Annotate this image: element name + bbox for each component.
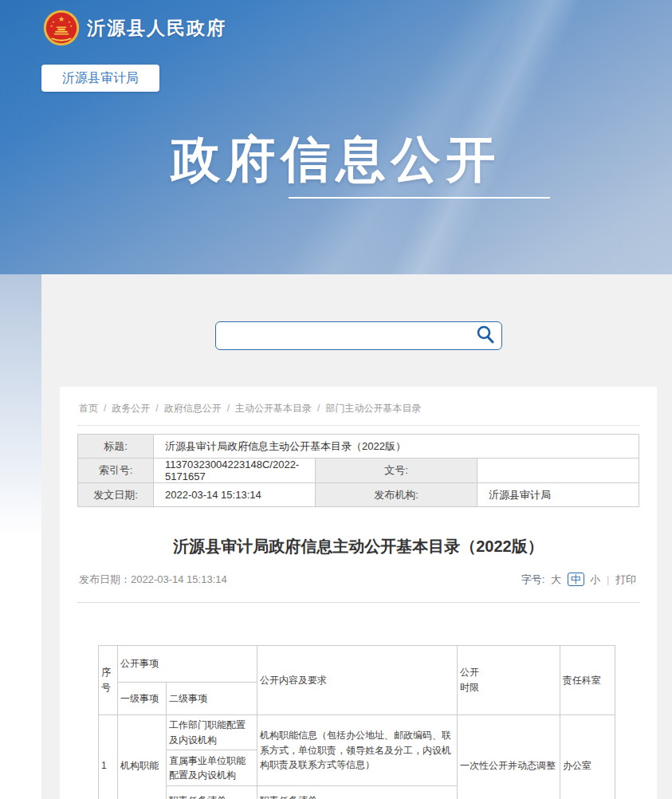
publish-date: 发布日期：2022-03-14 15:13:14 [79, 573, 227, 587]
font-size-label: 字号: [521, 573, 545, 585]
cell-seq: 1 [99, 715, 118, 799]
cell-level2-3: 职责任务清单 [167, 786, 257, 799]
font-size-large-button[interactable]: 大 [551, 573, 561, 585]
catalog-row-1a: 1 机构职能 工作部门职能配置及内设机构 机构职能信息（包括办公地址、邮政编码、… [99, 715, 615, 750]
cell-content-3: 职责任务清单 [257, 786, 458, 799]
th-level2: 二级事项 [167, 683, 257, 715]
svg-text:★: ★ [70, 25, 73, 28]
cell-level2-1: 工作部门职能配置及内设机构 [167, 715, 257, 750]
national-emblem-icon: ★ ★ ★ ★ ★ [43, 10, 80, 46]
th-time-limit: 公开 时限 [458, 646, 560, 715]
banner-title: 政府信息公开 [0, 126, 672, 193]
meta-value-index: 11370323004223148C/2022-5171657 [154, 459, 316, 483]
main-panel: 首页/政务公开/政府信息公开/主动公开基本目录/部门主动公开基本目录 标题: 沂… [41, 274, 672, 799]
meta-label-issue-date: 发文日期: [78, 483, 154, 507]
site-title: 沂源县人民政府 [87, 16, 226, 41]
banner: ★ ★ ★ ★ ★ 沂源县人民政府 沂源县审计局 政府信息公开 [0, 0, 672, 274]
meta-label-title: 标题: [78, 435, 154, 459]
th-public-matter: 公开事项 [118, 646, 257, 683]
catalog-table-wrap: 序号 公开事项 公开内容及要求 公开 时限 责任科室 一级事项 二级事项 1 机… [98, 645, 618, 799]
th-seq: 序号 [99, 646, 118, 715]
article-divider [77, 602, 639, 603]
breadcrumb-zhudong-mulu[interactable]: 主动公开基本目录 [235, 403, 312, 414]
cell-level2-2: 直属事业单位职能配置及内设机构 [167, 750, 257, 786]
breadcrumb-separator: / [317, 403, 320, 414]
breadcrumb-xinxi-gongkai[interactable]: 政府信息公开 [164, 403, 222, 414]
svg-text:★: ★ [50, 25, 53, 28]
breadcrumb-bumen-mulu[interactable]: 部门主动公开基本目录 [325, 403, 421, 414]
publish-date-value: 2022-03-14 15:13:14 [131, 573, 227, 585]
meta-value-publisher: 沂源县审计局 [477, 483, 639, 507]
catalog-table: 序号 公开事项 公开内容及要求 公开 时限 责任科室 一级事项 二级事项 1 机… [98, 645, 615, 799]
breadcrumb-separator: / [104, 403, 106, 414]
left-fade-strip [0, 274, 41, 537]
meta-value-doc-number [477, 459, 639, 483]
cell-content-merged: 机构职能信息（包括办公地址、邮政编码、联系方式，单位职责，领导姓名及分工，内设机… [257, 715, 458, 786]
document-meta-table: 标题: 沂源县审计局政府信息主动公开基本目录（2022版） 索引号: 11370… [77, 434, 639, 507]
svg-text:★: ★ [58, 15, 65, 23]
breadcrumb: 首页/政务公开/政府信息公开/主动公开基本目录/部门主动公开基本目录 [77, 387, 639, 426]
font-size-controls: 字号: 大 中 小 | 打印 [520, 573, 638, 587]
breadcrumb-separator: / [227, 403, 230, 414]
print-button[interactable]: 打印 [615, 573, 636, 585]
meta-label-publisher: 发布机构: [316, 483, 477, 507]
publish-date-label: 发布日期： [79, 573, 131, 585]
meta-row-date: 发文日期: 2022-03-14 15:13:14 发布机构: 沂源县审计局 [78, 483, 639, 507]
article-meta-bar: 发布日期：2022-03-14 15:13:14 字号: 大 中 小 | 打印 [77, 573, 639, 587]
meta-value-issue-date: 2022-03-14 15:13:14 [154, 483, 316, 507]
meta-label-index: 索引号: [78, 459, 154, 483]
meta-separator: | [607, 573, 609, 585]
breadcrumb-separator: / [155, 403, 158, 414]
catalog-header-row-1: 序号 公开事项 公开内容及要求 公开 时限 责任科室 [99, 646, 615, 683]
meta-row-index: 索引号: 11370323004223148C/2022-5171657 文号: [78, 459, 639, 483]
meta-row-title: 标题: 沂源县审计局政府信息主动公开基本目录（2022版） [78, 435, 639, 459]
font-size-small-button[interactable]: 小 [590, 573, 600, 585]
search-box [215, 321, 502, 350]
banner-underline [289, 197, 550, 199]
meta-label-doc-number: 文号: [316, 459, 477, 483]
department-button[interactable]: 沂源县审计局 [41, 65, 159, 92]
th-department: 责任科室 [560, 646, 615, 715]
svg-text:★: ★ [52, 21, 55, 24]
search-button[interactable] [473, 324, 498, 348]
breadcrumb-zhengwu[interactable]: 政务公开 [112, 403, 150, 414]
site-logo-link[interactable]: ★ ★ ★ ★ ★ 沂源县人民政府 [43, 10, 226, 46]
article-title: 沂源县审计局政府信息主动公开基本目录（2022版） [77, 536, 639, 557]
cell-department: 办公室 [560, 715, 615, 799]
meta-value-title: 沂源县审计局政府信息主动公开基本目录（2022版） [154, 435, 639, 459]
font-size-medium-button[interactable]: 中 [568, 573, 584, 586]
cell-time-limit: 一次性公开并动态调整 [458, 715, 560, 799]
th-level1: 一级事项 [118, 683, 167, 715]
cell-level1: 机构职能 [118, 715, 167, 799]
th-content-req: 公开内容及要求 [257, 646, 458, 715]
content-card: 首页/政务公开/政府信息公开/主动公开基本目录/部门主动公开基本目录 标题: 沂… [60, 387, 657, 799]
search-icon [475, 325, 496, 345]
breadcrumb-home[interactable]: 首页 [79, 403, 98, 414]
search-input[interactable] [224, 322, 471, 349]
svg-text:★: ★ [68, 21, 71, 24]
